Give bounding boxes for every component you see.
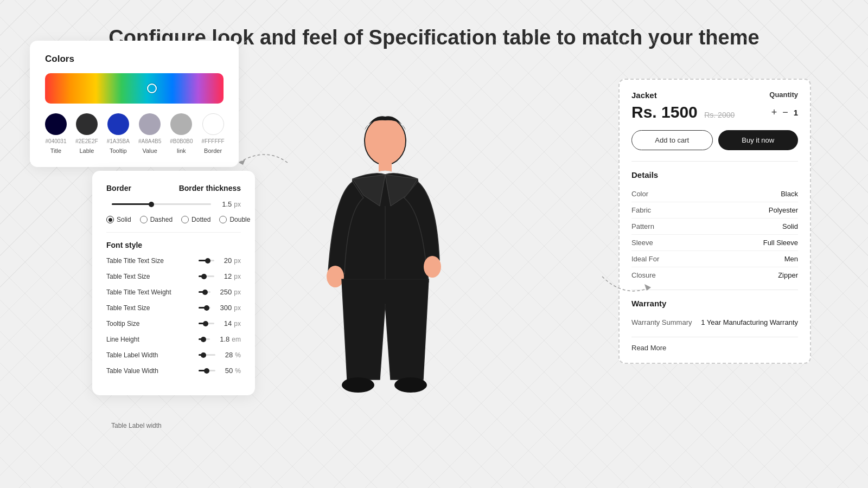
spec-value-color: Black xyxy=(698,186,798,202)
swatch-label-title: Title xyxy=(50,147,61,154)
font-track-0[interactable] xyxy=(199,260,214,261)
quantity-controls: + − 1 xyxy=(771,107,798,117)
font-label-4: Tooltip Size xyxy=(106,320,193,328)
color-gradient[interactable] xyxy=(45,73,224,104)
font-track-5[interactable] xyxy=(199,338,210,340)
divider-1 xyxy=(106,232,241,233)
spec-row-pattern: Pattern Solid xyxy=(631,219,798,235)
font-row-6: Table Label Width 28 % xyxy=(106,351,241,359)
spec-value-pattern: Solid xyxy=(698,219,798,235)
colors-panel: Colors #040031 Title #2E2E2F Lable #1A35… xyxy=(30,41,239,167)
font-style-title: Font style xyxy=(106,241,142,249)
price-row: Rs. 1500 Rs. 2000 + − 1 xyxy=(631,103,798,121)
radio-dotted-circle[interactable] xyxy=(181,216,189,223)
font-thumb-5[interactable] xyxy=(201,337,206,342)
svg-point-6 xyxy=(342,377,374,393)
color-swatches: #040031 Title #2E2E2F Lable #1A35BA Tool… xyxy=(45,113,224,154)
spec-key-pattern: Pattern xyxy=(631,219,698,235)
warranty-row: Warranty Summary 1 Year Manufacturing Wa… xyxy=(631,314,798,330)
font-thumb-2[interactable] xyxy=(202,290,208,295)
colors-panel-title: Colors xyxy=(45,54,224,65)
font-track-3[interactable] xyxy=(199,307,210,309)
font-label-1: Table Text Size xyxy=(106,273,193,280)
svg-point-7 xyxy=(394,377,427,393)
radio-solid[interactable]: Solid xyxy=(106,216,131,223)
swatch-circle-link[interactable] xyxy=(170,113,192,135)
font-value-5: 1.8 xyxy=(220,335,229,343)
font-row-0: Table Title Text Size 20 px xyxy=(106,256,241,265)
spec-value-fabric: Polyester xyxy=(698,202,798,219)
font-thumb-1[interactable] xyxy=(201,274,207,279)
font-track-6[interactable] xyxy=(199,354,215,356)
font-track-7[interactable] xyxy=(199,370,215,371)
border-thickness-value: 1.5 xyxy=(222,200,232,208)
font-track-1[interactable] xyxy=(199,275,214,277)
swatch-label-tooltip: Tooltip xyxy=(110,147,127,154)
details-title: Details xyxy=(631,168,798,179)
border-thickness-thumb[interactable] xyxy=(149,202,154,207)
swatch-hex-link: #B0B0B0 xyxy=(170,138,193,144)
font-row-2: Table Title Text Weight 250 px xyxy=(106,288,241,296)
font-label-6: Table Label Width xyxy=(106,351,193,359)
spec-value-closure: Zipper xyxy=(698,267,798,284)
spec-value-ideal-for: Men xyxy=(698,251,798,267)
swatch-label-link: link xyxy=(177,147,186,154)
swatch-circle-value[interactable] xyxy=(139,113,161,135)
swatch-value: #A8A4B5 Value xyxy=(138,113,161,154)
font-track-4[interactable] xyxy=(199,323,214,324)
font-thumb-4[interactable] xyxy=(203,321,208,326)
svg-point-4 xyxy=(327,266,344,287)
font-thumb-6[interactable] xyxy=(201,352,206,358)
font-label-3: Table Text Size xyxy=(106,304,193,312)
border-thickness-track[interactable] xyxy=(112,203,211,205)
card-divider-3 xyxy=(631,337,798,337)
border-thickness-fill xyxy=(112,203,151,205)
figure-area xyxy=(233,54,537,477)
spec-key-sleeve: Sleeve xyxy=(631,235,698,251)
swatch-circle-title[interactable] xyxy=(45,113,67,135)
radio-dotted[interactable]: Dotted xyxy=(181,216,210,223)
color-picker-dot[interactable] xyxy=(147,84,157,93)
swatch-label-border: Border xyxy=(204,147,222,154)
settings-panel: Border Border thickness 1.5 px Solid Das… xyxy=(92,171,255,395)
add-to-cart-button[interactable]: Add to cart xyxy=(631,130,713,150)
swatch-circle-lable[interactable] xyxy=(76,113,98,135)
product-card: Jacket Quantity Rs. 1500 Rs. 2000 + − 1 … xyxy=(618,79,811,364)
border-thickness-row: 1.5 px xyxy=(106,200,241,208)
buy-now-button[interactable]: Buy it now xyxy=(718,130,799,150)
spec-row-fabric: Fabric Polyester xyxy=(631,202,798,219)
font-thumb-0[interactable] xyxy=(205,258,210,264)
font-label-5: Line Height xyxy=(106,336,193,343)
spec-row-sleeve: Sleeve Full Sleeve xyxy=(631,235,798,251)
font-thumb-3[interactable] xyxy=(204,305,209,311)
font-track-2[interactable] xyxy=(199,291,210,293)
swatch-circle-tooltip[interactable] xyxy=(107,113,129,135)
svg-point-2 xyxy=(365,117,406,165)
product-header: Jacket Quantity xyxy=(631,91,798,100)
border-style-row: Solid Dashed Dotted Double xyxy=(106,216,241,223)
spec-row-color: Color Black xyxy=(631,186,798,202)
btn-row: Add to cart Buy it now xyxy=(631,130,798,150)
price-group: Rs. 1500 Rs. 2000 xyxy=(631,103,735,121)
qty-plus-btn[interactable]: + xyxy=(771,107,777,117)
font-value-2: 250 xyxy=(220,288,232,296)
font-value-6: 28 xyxy=(225,351,233,359)
spec-key-fabric: Fabric xyxy=(631,202,698,219)
swatch-hex-lable: #2E2E2F xyxy=(75,138,98,144)
read-more-link[interactable]: Read More xyxy=(631,344,798,352)
radio-solid-circle[interactable] xyxy=(106,216,114,223)
border-section-header: Border Border thickness xyxy=(106,184,241,192)
product-name: Jacket xyxy=(631,91,657,100)
font-thumb-7[interactable] xyxy=(204,368,209,374)
radio-double-circle[interactable] xyxy=(219,216,227,223)
price-current: Rs. 1500 xyxy=(631,103,698,121)
swatch-circle-border[interactable] xyxy=(202,113,224,135)
radio-dashed-circle[interactable] xyxy=(140,216,148,223)
qty-minus-btn[interactable]: − xyxy=(782,107,788,117)
spec-row-ideal-for: Ideal For Men xyxy=(631,251,798,267)
warranty-value: 1 Year Manufacturing Warranty xyxy=(698,314,798,330)
radio-dashed[interactable]: Dashed xyxy=(140,216,173,223)
swatch-label-lable: Lable xyxy=(79,147,94,154)
swatch-border: #FFFFFF Border xyxy=(202,113,225,154)
qty-value: 1 xyxy=(794,108,798,117)
